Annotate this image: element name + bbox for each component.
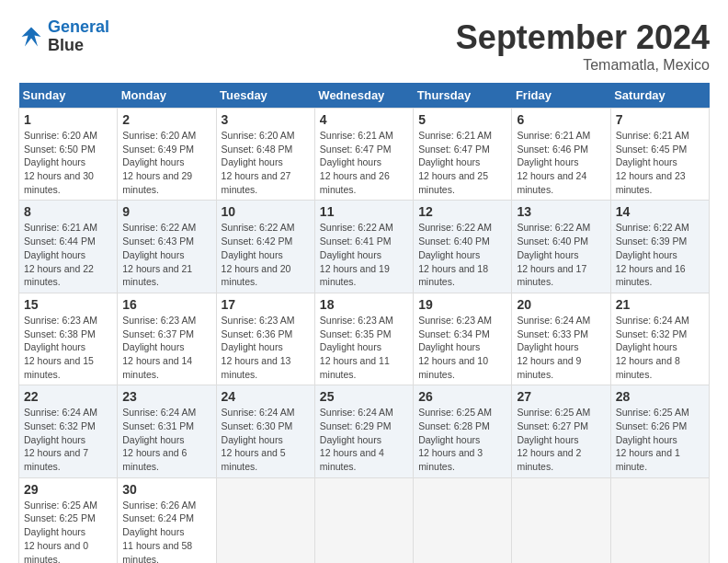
calendar-day-cell: 1Sunrise: 6:20 AMSunset: 6:50 PMDaylight… — [19, 109, 118, 201]
calendar-day-cell: 26Sunrise: 6:25 AMSunset: 6:28 PMDayligh… — [414, 385, 512, 477]
logo-icon — [18, 24, 44, 50]
calendar-table: SundayMondayTuesdayWednesdayThursdayFrid… — [18, 83, 710, 563]
header-friday: Friday — [512, 83, 610, 109]
day-info: Sunrise: 6:20 AMSunset: 6:50 PMDaylight … — [24, 129, 112, 196]
calendar-empty-cell — [610, 477, 709, 563]
day-number: 2 — [122, 112, 210, 127]
day-info: Sunrise: 6:23 AMSunset: 6:37 PMDaylight … — [122, 314, 210, 381]
day-info: Sunrise: 6:22 AMSunset: 6:43 PMDaylight … — [122, 221, 210, 288]
day-number: 1 — [24, 112, 112, 127]
calendar-empty-cell — [216, 477, 314, 563]
day-number: 13 — [517, 204, 605, 219]
day-info: Sunrise: 6:23 AMSunset: 6:35 PMDaylight … — [320, 314, 408, 381]
page-header: GeneralBlue September 2024 Temamatla, Me… — [18, 18, 710, 74]
day-number: 5 — [418, 112, 506, 127]
day-info: Sunrise: 6:23 AMSunset: 6:36 PMDaylight … — [222, 314, 310, 381]
calendar-week-row: 15Sunrise: 6:23 AMSunset: 6:38 PMDayligh… — [19, 293, 710, 385]
day-number: 22 — [24, 389, 112, 404]
header-sunday: Sunday — [19, 83, 118, 109]
svg-marker-0 — [22, 27, 41, 46]
day-number: 6 — [517, 112, 605, 127]
day-info: Sunrise: 6:22 AMSunset: 6:39 PMDaylight … — [616, 221, 704, 288]
day-info: Sunrise: 6:25 AMSunset: 6:26 PMDaylight … — [616, 406, 704, 473]
day-info: Sunrise: 6:20 AMSunset: 6:48 PMDaylight … — [222, 129, 310, 196]
day-number: 23 — [122, 389, 210, 404]
day-number: 24 — [222, 389, 310, 404]
calendar-day-cell: 12Sunrise: 6:22 AMSunset: 6:40 PMDayligh… — [414, 201, 512, 293]
day-info: Sunrise: 6:24 AMSunset: 6:31 PMDaylight … — [122, 406, 210, 473]
day-number: 28 — [616, 389, 704, 404]
calendar-day-cell: 5Sunrise: 6:21 AMSunset: 6:47 PMDaylight… — [414, 109, 512, 201]
day-info: Sunrise: 6:25 AMSunset: 6:28 PMDaylight … — [418, 406, 506, 473]
calendar-week-row: 22Sunrise: 6:24 AMSunset: 6:32 PMDayligh… — [19, 385, 710, 477]
day-info: Sunrise: 6:21 AMSunset: 6:45 PMDaylight … — [616, 129, 704, 196]
day-number: 26 — [418, 389, 506, 404]
calendar-day-cell: 7Sunrise: 6:21 AMSunset: 6:45 PMDaylight… — [610, 109, 709, 201]
calendar-day-cell: 22Sunrise: 6:24 AMSunset: 6:32 PMDayligh… — [19, 385, 118, 477]
day-number: 20 — [517, 297, 605, 312]
calendar-header-row: SundayMondayTuesdayWednesdayThursdayFrid… — [19, 83, 710, 109]
calendar-day-cell: 23Sunrise: 6:24 AMSunset: 6:31 PMDayligh… — [118, 385, 216, 477]
day-info: Sunrise: 6:24 AMSunset: 6:30 PMDaylight … — [222, 406, 310, 473]
day-info: Sunrise: 6:21 AMSunset: 6:47 PMDaylight … — [320, 129, 408, 196]
calendar-day-cell: 2Sunrise: 6:20 AMSunset: 6:49 PMDaylight… — [118, 109, 216, 201]
day-info: Sunrise: 6:25 AMSunset: 6:27 PMDaylight … — [517, 406, 605, 473]
calendar-day-cell: 16Sunrise: 6:23 AMSunset: 6:37 PMDayligh… — [118, 293, 216, 385]
calendar-day-cell: 24Sunrise: 6:24 AMSunset: 6:30 PMDayligh… — [216, 385, 314, 477]
day-info: Sunrise: 6:21 AMSunset: 6:44 PMDaylight … — [24, 221, 112, 288]
calendar-day-cell: 9Sunrise: 6:22 AMSunset: 6:43 PMDaylight… — [118, 201, 216, 293]
day-number: 16 — [122, 297, 210, 312]
calendar-day-cell: 28Sunrise: 6:25 AMSunset: 6:26 PMDayligh… — [610, 385, 709, 477]
calendar-day-cell: 29Sunrise: 6:25 AMSunset: 6:25 PMDayligh… — [19, 477, 118, 563]
day-number: 19 — [418, 297, 506, 312]
day-number: 18 — [320, 297, 408, 312]
day-info: Sunrise: 6:23 AMSunset: 6:34 PMDaylight … — [418, 314, 506, 381]
calendar-day-cell: 20Sunrise: 6:24 AMSunset: 6:33 PMDayligh… — [512, 293, 610, 385]
calendar-day-cell: 4Sunrise: 6:21 AMSunset: 6:47 PMDaylight… — [314, 109, 413, 201]
calendar-week-row: 1Sunrise: 6:20 AMSunset: 6:50 PMDaylight… — [19, 109, 710, 201]
calendar-day-cell: 18Sunrise: 6:23 AMSunset: 6:35 PMDayligh… — [314, 293, 413, 385]
month-title: September 2024 — [456, 18, 710, 57]
day-info: Sunrise: 6:22 AMSunset: 6:40 PMDaylight … — [517, 221, 605, 288]
day-info: Sunrise: 6:24 AMSunset: 6:33 PMDaylight … — [517, 314, 605, 381]
day-info: Sunrise: 6:25 AMSunset: 6:25 PMDaylight … — [24, 499, 112, 563]
calendar-empty-cell — [414, 477, 512, 563]
day-info: Sunrise: 6:24 AMSunset: 6:29 PMDaylight … — [320, 406, 408, 473]
day-info: Sunrise: 6:26 AMSunset: 6:24 PMDaylight … — [122, 499, 210, 563]
calendar-day-cell: 15Sunrise: 6:23 AMSunset: 6:38 PMDayligh… — [19, 293, 118, 385]
day-number: 25 — [320, 389, 408, 404]
day-info: Sunrise: 6:21 AMSunset: 6:46 PMDaylight … — [517, 129, 605, 196]
day-info: Sunrise: 6:22 AMSunset: 6:42 PMDaylight … — [222, 221, 310, 288]
day-number: 14 — [616, 204, 704, 219]
day-number: 17 — [222, 297, 310, 312]
logo: GeneralBlue — [18, 18, 109, 55]
logo-text: GeneralBlue — [48, 18, 109, 55]
calendar-day-cell: 6Sunrise: 6:21 AMSunset: 6:46 PMDaylight… — [512, 109, 610, 201]
calendar-empty-cell — [314, 477, 413, 563]
calendar-day-cell: 30Sunrise: 6:26 AMSunset: 6:24 PMDayligh… — [118, 477, 216, 563]
calendar-day-cell: 27Sunrise: 6:25 AMSunset: 6:27 PMDayligh… — [512, 385, 610, 477]
day-number: 8 — [24, 204, 112, 219]
calendar-day-cell: 19Sunrise: 6:23 AMSunset: 6:34 PMDayligh… — [414, 293, 512, 385]
calendar-day-cell: 8Sunrise: 6:21 AMSunset: 6:44 PMDaylight… — [19, 201, 118, 293]
day-number: 30 — [122, 482, 210, 497]
day-number: 21 — [616, 297, 704, 312]
header-tuesday: Tuesday — [216, 83, 314, 109]
day-number: 9 — [122, 204, 210, 219]
calendar-day-cell: 17Sunrise: 6:23 AMSunset: 6:36 PMDayligh… — [216, 293, 314, 385]
day-number: 11 — [320, 204, 408, 219]
calendar-week-row: 29Sunrise: 6:25 AMSunset: 6:25 PMDayligh… — [19, 477, 710, 563]
day-number: 27 — [517, 389, 605, 404]
calendar-day-cell: 13Sunrise: 6:22 AMSunset: 6:40 PMDayligh… — [512, 201, 610, 293]
day-number: 3 — [222, 112, 310, 127]
calendar-empty-cell — [512, 477, 610, 563]
header-monday: Monday — [118, 83, 216, 109]
title-block: September 2024 Temamatla, Mexico — [456, 18, 710, 74]
calendar-day-cell: 10Sunrise: 6:22 AMSunset: 6:42 PMDayligh… — [216, 201, 314, 293]
day-number: 29 — [24, 482, 112, 497]
header-thursday: Thursday — [414, 83, 512, 109]
calendar-day-cell: 3Sunrise: 6:20 AMSunset: 6:48 PMDaylight… — [216, 109, 314, 201]
day-number: 4 — [320, 112, 408, 127]
day-info: Sunrise: 6:22 AMSunset: 6:40 PMDaylight … — [418, 221, 506, 288]
day-number: 12 — [418, 204, 506, 219]
